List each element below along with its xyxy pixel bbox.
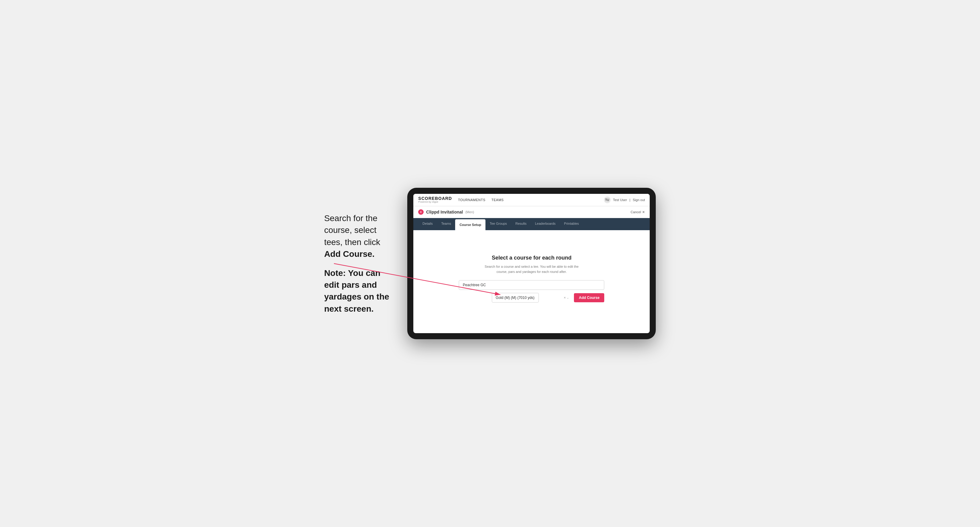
course-setup-description: Search for a course and select a tee. Yo…: [459, 264, 604, 274]
navbar-separator: |: [629, 198, 630, 202]
logo-subtitle: Powered by clippd: [418, 201, 452, 203]
navbar: SCOREBOARD Powered by clippd TOURNAMENTS…: [413, 194, 650, 206]
desc-line2: course, pars and yardages for each round…: [496, 270, 567, 273]
course-setup-card: Select a course for each round Search fo…: [459, 255, 604, 303]
annotation-note: Note: You canedit pars andyardages on th…: [324, 268, 390, 313]
cancel-icon: ✕: [642, 210, 645, 214]
navbar-left: SCOREBOARD Powered by clippd TOURNAMENTS…: [418, 196, 504, 203]
tablet-frame: SCOREBOARD Powered by clippd TOURNAMENTS…: [407, 188, 656, 339]
logo-title: SCOREBOARD: [418, 196, 452, 201]
add-course-button[interactable]: Add Course: [574, 293, 604, 302]
course-search-input[interactable]: [459, 280, 604, 290]
logo: SCOREBOARD Powered by clippd: [418, 196, 452, 203]
tab-teams[interactable]: Teams: [437, 218, 455, 230]
annotation-line1: Search for thecourse, selecttees, then c…: [324, 212, 390, 260]
nav-links: TOURNAMENTS TEAMS: [458, 198, 504, 202]
cancel-button[interactable]: Cancel ✕: [631, 210, 645, 214]
tee-select[interactable]: Gold (M) (M) (7010 yds): [492, 293, 539, 303]
tournament-name: Clippd Invitational: [426, 210, 463, 214]
user-name: Test User: [613, 198, 627, 202]
course-setup-title: Select a course for each round: [459, 255, 604, 261]
tab-results[interactable]: Results: [511, 218, 531, 230]
nav-tournaments[interactable]: TOURNAMENTS: [458, 198, 485, 202]
tournament-title: C Clippd Invitational (Men): [418, 209, 474, 215]
annotation-panel: Search for thecourse, selecttees, then c…: [324, 212, 390, 315]
nav-teams[interactable]: TEAMS: [492, 198, 504, 202]
tournament-icon: C: [418, 209, 424, 215]
desc-line1: Search for a course and select a tee. Yo…: [485, 265, 579, 268]
tournament-header: C Clippd Invitational (Men) Cancel ✕: [413, 206, 650, 218]
tab-leaderboards[interactable]: Leaderboards: [531, 218, 560, 230]
tee-select-row: Gold (M) (M) (7010 yds) Add Course: [459, 293, 604, 303]
tab-tee-groups[interactable]: Tee Groups: [485, 218, 511, 230]
tab-printables[interactable]: Printables: [560, 218, 583, 230]
tournament-gender: (Men): [465, 210, 474, 214]
search-wrapper: [459, 280, 604, 290]
navbar-right: TU Test User | Sign out: [604, 197, 645, 203]
tablet-wrapper: SCOREBOARD Powered by clippd TOURNAMENTS…: [407, 188, 656, 339]
tab-details[interactable]: Details: [418, 218, 437, 230]
main-content: Select a course for each round Search fo…: [413, 230, 650, 333]
tee-select-container: Gold (M) (M) (7010 yds): [459, 293, 571, 303]
cancel-label: Cancel: [631, 210, 641, 214]
tab-bar: Details Teams Course Setup Tee Groups Re…: [413, 218, 650, 230]
tab-course-setup[interactable]: Course Setup: [455, 219, 485, 230]
sign-out-link[interactable]: Sign out: [633, 198, 645, 202]
user-avatar: TU: [604, 197, 611, 203]
tablet-screen: SCOREBOARD Powered by clippd TOURNAMENTS…: [413, 194, 650, 333]
annotation-bold: Add Course.: [324, 249, 375, 259]
